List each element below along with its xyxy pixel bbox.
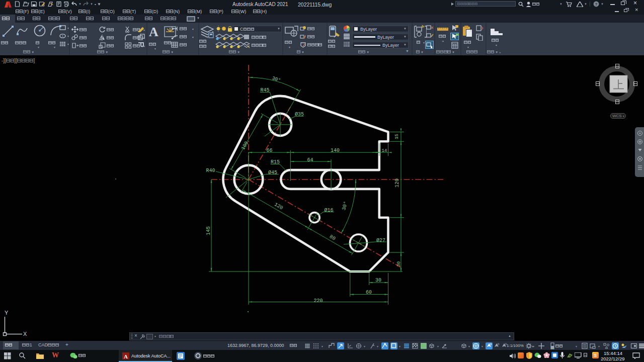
svg-text:60: 60 (366, 290, 372, 295)
svg-text:R15: R15 (271, 159, 280, 165)
svg-text:30°: 30° (341, 201, 349, 211)
svg-text:A: A (124, 353, 128, 359)
svg-text:15: 15 (394, 134, 399, 139)
svg-text:R45: R45 (260, 87, 269, 93)
svg-text:30: 30 (396, 261, 401, 267)
svg-text:30°: 30° (271, 75, 281, 83)
svg-text:120: 120 (273, 202, 284, 211)
svg-text:R40: R40 (206, 168, 215, 173)
svg-text:?: ? (595, 2, 598, 7)
svg-text:120: 120 (394, 178, 400, 188)
svg-text:64: 64 (307, 157, 313, 163)
svg-text:Ø35: Ø35 (295, 112, 304, 117)
svg-text:220: 220 (313, 298, 323, 304)
svg-text:30: 30 (375, 278, 381, 283)
svg-text:X: X (23, 331, 27, 337)
svg-text:Ø45: Ø45 (268, 170, 277, 175)
svg-text:66: 66 (266, 148, 272, 153)
svg-text:145: 145 (206, 226, 211, 235)
svg-text:Ø27: Ø27 (376, 238, 385, 243)
svg-text:Ø16: Ø16 (324, 208, 333, 213)
svg-text:Y: Y (5, 310, 9, 316)
svg-text:14: 14 (381, 148, 387, 153)
svg-text:140: 140 (331, 148, 340, 153)
